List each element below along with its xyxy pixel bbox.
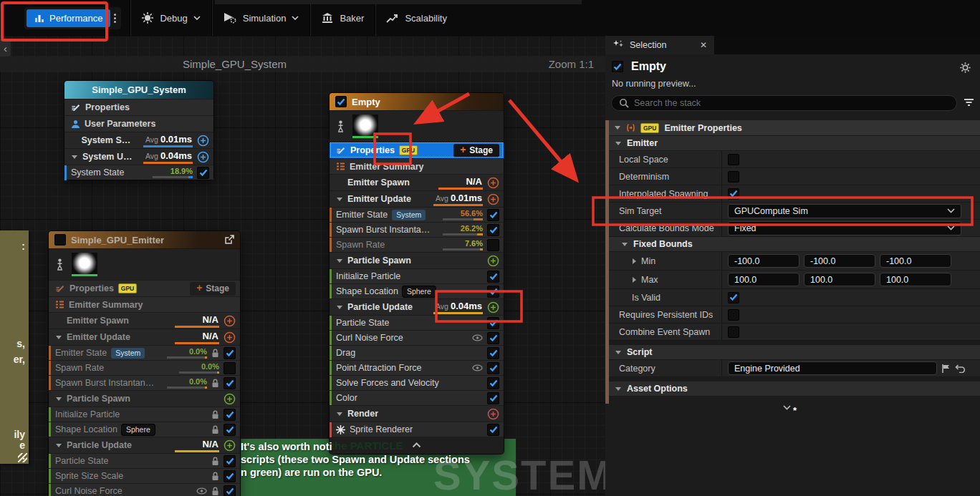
add-module-button[interactable] xyxy=(487,255,499,267)
property-row-max[interactable]: Max100.0100.0100.0 xyxy=(609,271,980,289)
number-input[interactable]: 100.0 xyxy=(880,273,951,286)
enabled-checkbox[interactable] xyxy=(487,209,499,221)
node-row-sprite-renderer[interactable]: Sprite Renderer xyxy=(330,422,504,437)
node-row-particle-spawn[interactable]: Particle Spawn xyxy=(49,390,240,407)
enabled-checkbox[interactable] xyxy=(224,424,236,436)
node-enabled-checkbox[interactable] xyxy=(335,96,347,107)
search-input[interactable] xyxy=(634,98,949,108)
node-row-spawn-burst-instantaneous[interactable]: Spawn Burst Instantaneous26.2% xyxy=(330,222,504,237)
caret-down-icon[interactable] xyxy=(336,412,343,417)
scalability-button[interactable]: Scalability xyxy=(375,0,458,36)
node-row-emitter-state[interactable]: Emitter StateSystem0.0% xyxy=(49,345,240,360)
enabled-checkbox[interactable] xyxy=(224,362,236,374)
person-icon[interactable] xyxy=(337,120,345,132)
checkbox-combine-event-spawn[interactable] xyxy=(728,326,739,338)
node-row-particle-update[interactable]: Particle UpdateN/A xyxy=(49,437,240,453)
add-stage-button[interactable]: +Stage xyxy=(190,282,236,296)
performance-button[interactable]: Performance xyxy=(27,9,110,27)
node-row-system-spawn[interactable]: System SpawnAvg0.01ms xyxy=(64,132,213,148)
open-external-icon[interactable] xyxy=(224,235,234,245)
node-row-spawn-rate[interactable]: Spawn Rate7.6% xyxy=(330,237,504,252)
node-row-user-parameters[interactable]: User Parameters xyxy=(64,115,213,132)
caret-down-icon[interactable] xyxy=(336,258,343,263)
node-row-particle-update[interactable]: Particle UpdateAvg0.04ms xyxy=(330,298,504,315)
tab-selection[interactable]: Selection ✕ xyxy=(605,36,714,54)
emitter-thumbnail[interactable] xyxy=(72,253,97,276)
add-module-button[interactable] xyxy=(224,393,236,405)
section-fixed-bounds[interactable]: Fixed Bounds xyxy=(609,237,980,252)
stack-search-bar[interactable] xyxy=(611,95,957,111)
person-icon[interactable] xyxy=(56,258,64,271)
baker-button[interactable]: Baker xyxy=(310,0,375,36)
add-module-button[interactable] xyxy=(487,301,499,313)
property-row-local-space[interactable]: Local Space xyxy=(609,151,980,168)
enabled-checkbox[interactable] xyxy=(487,377,499,389)
node-row-render[interactable]: Render xyxy=(330,405,504,422)
empty-node[interactable]: EmptyPropertiesGPU+StageEmitter SummaryE… xyxy=(330,93,504,454)
add-module-button[interactable] xyxy=(224,315,236,327)
node-row-initialize-particle[interactable]: Initialize Particle xyxy=(330,268,504,283)
caret-down-icon[interactable] xyxy=(621,242,628,247)
emitter-node[interactable]: Simple_GPU_EmitterPropertiesGPU+StageEmi… xyxy=(49,231,240,496)
node-row-spawn-rate[interactable]: Spawn Rate0.0% xyxy=(49,360,240,375)
checkbox-is-valid[interactable] xyxy=(728,292,739,303)
caret-down-icon[interactable] xyxy=(615,350,622,355)
enabled-checkbox[interactable] xyxy=(487,332,499,344)
caret-down-icon[interactable] xyxy=(55,335,62,340)
property-row-is-valid[interactable]: Is Valid xyxy=(609,289,980,306)
node-row-shape-location[interactable]: Shape LocationSphere xyxy=(49,422,240,437)
section-script[interactable]: Script xyxy=(609,345,980,360)
comment-note-clipped[interactable]: :s,er,ilye. xyxy=(0,230,29,464)
node-row-emitter-summary[interactable]: Emitter Summary xyxy=(330,158,504,174)
filter-icon[interactable] xyxy=(964,98,974,107)
enabled-checkbox[interactable] xyxy=(224,455,236,467)
enabled-checkbox[interactable] xyxy=(224,485,236,496)
node-row-emitter-summary[interactable]: Emitter Summary xyxy=(49,296,240,312)
eye-icon[interactable] xyxy=(472,334,483,341)
checkbox-determinism[interactable] xyxy=(728,171,739,183)
enabled-checkbox[interactable] xyxy=(487,362,499,374)
node-row-point-attraction-force[interactable]: Point Attraction Force xyxy=(330,360,504,375)
add-module-button[interactable] xyxy=(197,135,209,147)
add-module-button[interactable] xyxy=(487,408,499,420)
enabled-checkbox[interactable] xyxy=(224,409,236,421)
enabled-checkbox[interactable] xyxy=(487,224,499,236)
node-row-color[interactable]: Color xyxy=(330,390,504,405)
enabled-checkbox[interactable] xyxy=(487,392,499,404)
number-input[interactable]: 100.0 xyxy=(728,273,799,286)
section-asset-options[interactable]: Asset Options xyxy=(609,381,980,397)
node-row-particle-spawn[interactable]: Particle Spawn xyxy=(330,252,504,268)
enabled-checkbox[interactable] xyxy=(224,347,236,359)
enabled-checkbox[interactable] xyxy=(487,317,499,329)
checkbox-interpolated-spawning[interactable] xyxy=(728,188,739,200)
caret-down-icon[interactable] xyxy=(55,397,62,402)
property-row-determinism[interactable]: Determinism xyxy=(609,168,980,185)
node-row-system-state[interactable]: System State18.9% xyxy=(64,165,213,180)
enabled-checkbox[interactable] xyxy=(224,377,236,389)
caret-down-icon[interactable] xyxy=(55,443,62,448)
caret-down-icon[interactable] xyxy=(615,141,622,146)
node-row-sprite-size-scale[interactable]: Sprite Size Scale xyxy=(49,468,240,483)
flag-icon[interactable] xyxy=(941,364,951,374)
simulation-button[interactable]: Simulation xyxy=(212,0,310,36)
property-row-min[interactable]: Min-100.0-100.0-100.0 xyxy=(609,252,980,271)
node-row-emitter-update[interactable]: Emitter UpdateAvg0.01ms xyxy=(330,190,504,207)
text-input-category[interactable]: Engine Provided xyxy=(728,361,937,375)
collapse-panel-button[interactable]: ‹ xyxy=(0,39,11,57)
revert-icon[interactable] xyxy=(955,364,966,373)
node-row-solve-forces-and-velocity[interactable]: Solve Forces and Velocity xyxy=(330,375,504,390)
node-row-curl-noise-force[interactable]: Curl Noise Force xyxy=(49,483,240,496)
close-icon[interactable]: ✕ xyxy=(700,40,707,50)
eye-icon[interactable] xyxy=(196,487,207,495)
node-header[interactable]: Simple_GPU_Emitter xyxy=(49,231,240,248)
property-row-interpolated-spawning[interactable]: Interpolated Spawning xyxy=(609,185,980,203)
caret-down-icon[interactable] xyxy=(336,197,343,202)
number-input[interactable]: 100.0 xyxy=(804,273,875,286)
number-input[interactable]: -100.0 xyxy=(728,254,799,268)
debug-button[interactable]: Debug xyxy=(130,0,211,36)
system-node[interactable]: Simple_GPU_SystemPropertiesUser Paramete… xyxy=(64,81,213,180)
dropdown-calculate-bounds-mode[interactable]: Fixed xyxy=(728,221,961,235)
caret-down-icon[interactable] xyxy=(71,155,78,160)
section-emitter[interactable]: Emitter xyxy=(609,136,980,151)
node-row-properties[interactable]: PropertiesGPU+Stage xyxy=(330,142,504,158)
